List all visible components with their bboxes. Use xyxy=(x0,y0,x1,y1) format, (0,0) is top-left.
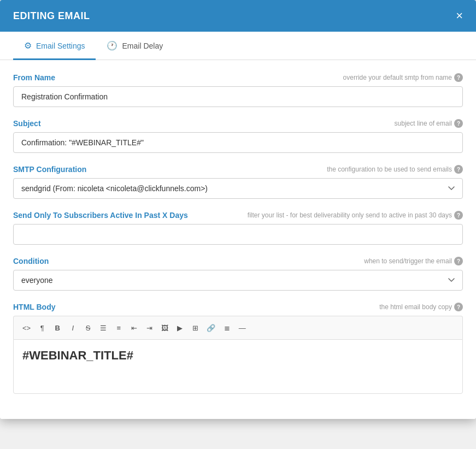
table-button[interactable]: ⊞ xyxy=(188,321,202,335)
html-body-label: HTML Body xyxy=(13,303,56,311)
subject-group: Subject subject line of email ? xyxy=(13,119,463,153)
clock-icon: 🕐 xyxy=(107,40,117,51)
subject-label: Subject xyxy=(13,119,41,128)
subject-hint: subject line of email ? xyxy=(395,119,463,128)
indent-button[interactable]: ⇥ xyxy=(142,321,156,335)
modal-body: From Name override your default smtp fro… xyxy=(0,60,476,419)
code-button[interactable]: <> xyxy=(19,321,34,335)
send-only-hint: filter your list - for best deliverabili… xyxy=(248,211,463,220)
smtp-config-hint: the configuration to be used to send ema… xyxy=(327,165,463,174)
condition-header: Condition when to send/trigger the email… xyxy=(13,257,463,265)
condition-group: Condition when to send/trigger the email… xyxy=(13,257,463,291)
unordered-list-button[interactable]: ☰ xyxy=(96,321,110,335)
modal-header: EDITING EMAIL × xyxy=(0,0,476,32)
send-only-label: Send Only To Subscribers Active In Past … xyxy=(13,211,188,220)
from-name-group: From Name override your default smtp fro… xyxy=(13,73,463,107)
condition-help-icon[interactable]: ? xyxy=(454,257,463,265)
subject-input[interactable] xyxy=(13,132,463,153)
close-button[interactable]: × xyxy=(456,10,463,22)
send-only-help-icon[interactable]: ? xyxy=(454,211,463,220)
html-body-group: HTML Body the html email body copy ? <> … xyxy=(13,303,463,394)
subject-help-icon[interactable]: ? xyxy=(454,119,463,128)
tab-email-delay-label: Email Delay xyxy=(122,42,163,50)
send-only-group: Send Only To Subscribers Active In Past … xyxy=(13,211,463,245)
modal-title: EDITING EMAIL xyxy=(13,10,90,22)
strikethrough-button[interactable]: S xyxy=(81,321,95,335)
outdent-button[interactable]: ⇤ xyxy=(127,321,141,335)
smtp-config-select[interactable]: sendgrid (From: nicoleta <nicoleta@click… xyxy=(13,178,463,199)
send-only-header: Send Only To Subscribers Active In Past … xyxy=(13,211,463,220)
from-name-label: From Name xyxy=(13,73,55,82)
tab-email-settings-label: Email Settings xyxy=(36,42,85,50)
condition-hint: when to send/trigger the email ? xyxy=(364,257,463,265)
italic-button[interactable]: I xyxy=(66,321,80,335)
align-button[interactable]: ≣ xyxy=(220,321,234,335)
smtp-config-help-icon[interactable]: ? xyxy=(454,165,463,174)
tab-email-delay[interactable]: 🕐 Email Delay xyxy=(96,32,174,60)
html-body-help-icon[interactable]: ? xyxy=(454,303,463,311)
html-body-header: HTML Body the html email body copy ? xyxy=(13,303,463,311)
subject-header: Subject subject line of email ? xyxy=(13,119,463,128)
editor-area[interactable]: #WEBINAR_TITLE# xyxy=(13,339,463,394)
from-name-header: From Name override your default smtp fro… xyxy=(13,73,463,82)
link-button[interactable]: 🔗 xyxy=(203,321,219,335)
settings-icon: ⚙ xyxy=(24,40,32,51)
smtp-config-label: SMTP Configuration xyxy=(13,165,86,174)
image-button[interactable]: 🖼 xyxy=(157,321,172,335)
ordered-list-button[interactable]: ≡ xyxy=(111,321,126,335)
condition-select[interactable]: everyone xyxy=(13,270,463,291)
smtp-config-group: SMTP Configuration the configuration to … xyxy=(13,165,463,199)
condition-label: Condition xyxy=(13,257,49,265)
html-body-hint: the html email body copy ? xyxy=(379,303,463,311)
from-name-hint: override your default smtp from name ? xyxy=(343,73,463,82)
editor-toolbar: <> ¶ B I S ☰ ≡ ⇤ ⇥ 🖼 ▶ ⊞ 🔗 ≣ — xyxy=(13,316,463,339)
editor-content: #WEBINAR_TITLE# xyxy=(22,348,454,363)
bold-button[interactable]: B xyxy=(50,321,64,335)
hr-button[interactable]: — xyxy=(235,321,249,335)
paragraph-button[interactable]: ¶ xyxy=(35,321,49,335)
tab-email-settings[interactable]: ⚙ Email Settings xyxy=(13,32,96,60)
video-button[interactable]: ▶ xyxy=(173,321,187,335)
send-only-input[interactable] xyxy=(13,224,463,245)
from-name-input[interactable] xyxy=(13,86,463,107)
smtp-config-header: SMTP Configuration the configuration to … xyxy=(13,165,463,174)
modal-container: EDITING EMAIL × ⚙ Email Settings 🕐 Email… xyxy=(0,0,476,419)
tab-bar: ⚙ Email Settings 🕐 Email Delay xyxy=(0,32,476,60)
from-name-help-icon[interactable]: ? xyxy=(454,73,463,82)
